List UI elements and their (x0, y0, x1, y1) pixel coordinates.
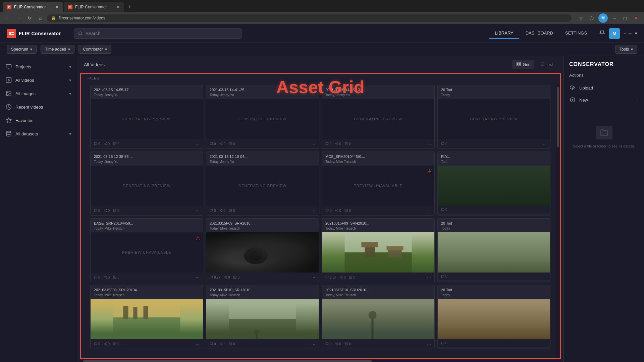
new-action[interactable]: New › (569, 94, 639, 106)
nav-link-settings[interactable]: SETTINGS (560, 28, 592, 39)
svg-point-68 (244, 247, 268, 264)
extensions-icon[interactable]: ⬡ (588, 14, 596, 22)
card-more-button-15[interactable]: ··· (427, 341, 431, 347)
tab-1[interactable]: F FLIR Conservator ✕ (3, 2, 63, 12)
card-preview-4: GENERATING PREVIEW (438, 99, 550, 139)
asset-card-1[interactable]: 2021-03-15 14-55-17.... Today, Jenny Yu … (90, 85, 203, 149)
all-datasets-icon (5, 130, 12, 137)
svg-point-62 (104, 277, 105, 278)
asset-card-7[interactable]: MCS_SRH201044591... Today, Mike Treusch … (322, 152, 435, 216)
horizontal-scrollbar[interactable] (80, 360, 561, 362)
new-tab-button[interactable]: + (125, 2, 135, 12)
home-button[interactable]: ⌂ (36, 14, 44, 22)
card-more-button-11[interactable]: ··· (427, 275, 431, 280)
sidebar-item-favorites[interactable]: Favorites (0, 114, 77, 127)
grid-view-button[interactable]: Grid (512, 60, 535, 69)
minimize-button[interactable]: ─ (610, 14, 619, 22)
asset-card-14[interactable]: 20210315F10_SRH2010... Today, Mike Treus… (206, 285, 319, 349)
asset-card-9[interactable]: BASE_SRH20104459... Today, Mike Treusch … (90, 218, 203, 282)
svg-point-84 (341, 276, 342, 277)
top-nav: FLIR Conservator Search LIBRARY DASHBOAR… (0, 24, 644, 43)
asset-card-3[interactable]: 2021-03-15 14-06-13.... Today, Jenny Yu … (322, 85, 435, 149)
close-window-button[interactable]: ✕ (632, 14, 640, 22)
footer-stat-14b: 0 (219, 342, 226, 346)
user-badge[interactable]: M (609, 28, 620, 39)
sidebar-item-all-images[interactable]: All images ▾ (0, 87, 77, 100)
card-footer-8: 0 (438, 206, 550, 214)
user-name[interactable]: ········ ▾ (624, 31, 637, 36)
tab-close-1[interactable]: ✕ (55, 4, 59, 10)
footer-stat-5c: 0 (113, 209, 119, 213)
notification-bell-icon[interactable] (599, 29, 605, 37)
generating-text-5: GENERATING PREVIEW (123, 184, 171, 188)
asset-card-6[interactable]: 2021-03-15 12-10-04.... Today, Jenny Yu … (206, 152, 319, 216)
tab-2[interactable]: F FLIR Conservator ✕ (64, 2, 124, 12)
scrollbar-track[interactable] (556, 84, 559, 358)
files-scroll-area[interactable]: 2021-03-15 14-55-17.... Today, Jenny Yu … (81, 82, 560, 356)
card-more-button-10[interactable]: ··· (311, 275, 315, 280)
asset-card-8[interactable]: FLY... Tod 0 (437, 152, 550, 216)
address-bar[interactable]: 🔒 flirconservator.com/videos (47, 14, 572, 22)
reload-button[interactable]: ↻ (25, 14, 34, 22)
card-subtitle-12: Today (438, 227, 550, 232)
card-footer-13: 0 0 0 ··· (91, 339, 203, 349)
tools-button[interactable]: Tools ▾ (615, 45, 637, 54)
card-more-button-5[interactable]: ··· (196, 208, 200, 213)
svg-rect-12 (519, 64, 520, 66)
back-button[interactable]: ← (4, 14, 12, 22)
sidebar-item-all-datasets[interactable]: All datasets ▾ (0, 127, 77, 140)
favorites-label: Favorites (15, 118, 33, 123)
forward-button[interactable]: → (15, 14, 23, 22)
sidebar-item-all-videos[interactable]: All videos ▾ (0, 73, 77, 87)
maximize-button[interactable]: ◻ (621, 14, 629, 22)
svg-point-61 (106, 276, 107, 277)
footer-stat-10b: 0 (224, 276, 230, 279)
card-more-button-1[interactable]: ··· (196, 141, 200, 146)
svg-rect-95 (144, 306, 148, 319)
card-more-button-14[interactable]: ··· (311, 341, 315, 347)
asset-card-13[interactable]: 20210315F09_SRH20104... Today, Mike Treu… (90, 285, 203, 349)
asset-card-10[interactable]: 20210315F09_SRH2010... Today, Mike Treus… (206, 218, 319, 282)
svg-point-73 (226, 278, 227, 279)
search-bar[interactable]: Search (74, 28, 241, 39)
nav-bar: ← → ↻ ⌂ 🔒 flirconservator.com/videos ☆ ⬡… (0, 12, 644, 24)
sidebar-item-recent-videos[interactable]: Recent videos (0, 100, 77, 114)
warning-icon-7: ⚠ (427, 168, 432, 175)
asset-card-16[interactable]: 20 Tod Today 0 (437, 285, 550, 349)
svg-point-33 (337, 142, 338, 143)
scrollbar-thumb[interactable] (557, 87, 559, 147)
asset-card-4[interactable]: 20 Tod Today GENERATING PREVIEW 0 ··· (437, 85, 550, 149)
asset-card-5[interactable]: 2021-03-15 12-38-55.... Today, Jenny Yu … (90, 152, 203, 216)
list-view-button[interactable]: List (536, 60, 557, 69)
card-more-button-2[interactable]: ··· (311, 141, 315, 146)
nav-link-dashboard[interactable]: DASHBOARD (520, 28, 558, 39)
asset-card-11[interactable]: 20210315F09_SRH2010... Today, Mike Treus… (322, 218, 435, 282)
svg-line-30 (220, 143, 221, 144)
footer-stat-3a: 0 (325, 142, 332, 146)
bookmark-star-icon[interactable]: ☆ (577, 14, 585, 22)
search-placeholder: Search (86, 31, 100, 36)
card-more-button-4[interactable]: ··· (543, 141, 547, 146)
card-more-button-9[interactable]: ··· (196, 275, 200, 280)
empty-state: Select a file or folder to see its detai… (569, 126, 639, 149)
nav-link-library[interactable]: LIBRARY (489, 28, 519, 39)
card-more-button-6[interactable]: ··· (311, 208, 315, 213)
browser-user-icon[interactable]: M (598, 13, 608, 23)
list-icon (540, 62, 544, 67)
asset-card-15[interactable]: 20210315F10_SRH2010... Today, Mike Treus… (322, 285, 435, 349)
h-scrollbar-thumb[interactable] (83, 360, 372, 362)
svg-rect-70 (229, 232, 296, 273)
time-added-filter[interactable]: Time added ▾ (41, 45, 74, 54)
card-more-button-3[interactable]: ··· (427, 141, 431, 146)
card-more-button-7[interactable]: ··· (427, 208, 431, 213)
contributor-filter[interactable]: Contributor ▾ (78, 45, 111, 54)
sidebar-item-projects[interactable]: Projects ▾ (0, 60, 77, 73)
card-more-button-13[interactable]: ··· (196, 341, 200, 347)
upload-action[interactable]: Upload (569, 82, 639, 94)
svg-line-23 (105, 143, 106, 144)
spectrum-filter[interactable]: Spectrum ▾ (7, 45, 37, 54)
asset-card-12[interactable]: 20 Tod Today 0 (437, 218, 550, 282)
top-nav-icons: M ········ ▾ (599, 28, 637, 39)
asset-card-2[interactable]: 2021-03-15 14-41-25.... Today, Jenny Yu … (206, 85, 319, 149)
tab-close-2[interactable]: ✕ (116, 4, 120, 10)
